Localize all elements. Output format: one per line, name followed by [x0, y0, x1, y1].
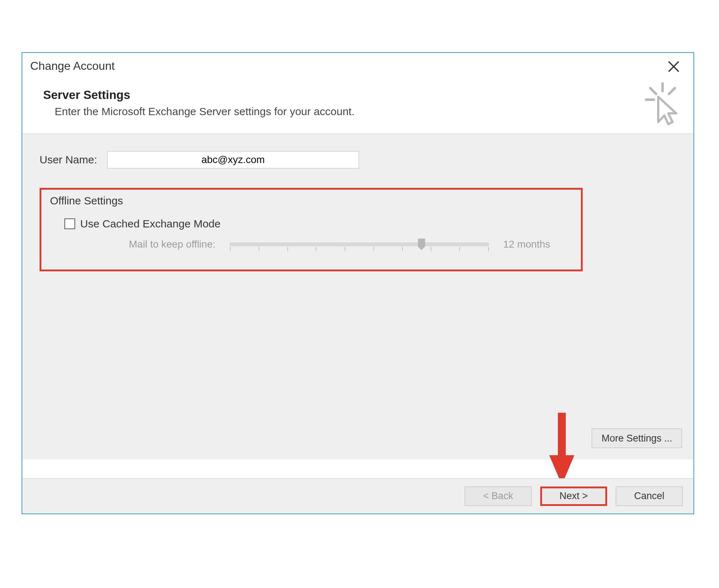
mail-offline-row: Mail to keep offline: 12 months [50, 239, 572, 250]
cached-exchange-row: Use Cached Exchange Mode [64, 218, 572, 230]
user-name-input[interactable] [107, 151, 359, 168]
next-button[interactable]: Next > [540, 487, 607, 506]
server-settings-heading: Server Settings [43, 88, 683, 102]
dialog-body: User Name: Offline Settings Use Cached E… [22, 134, 693, 460]
offline-settings-group: Offline Settings Use Cached Exchange Mod… [40, 188, 583, 271]
cancel-button[interactable]: Cancel [616, 487, 683, 506]
svg-line-1 [650, 88, 656, 94]
user-name-label: User Name: [40, 154, 97, 166]
close-icon[interactable] [666, 57, 681, 72]
server-settings-subheading: Enter the Microsoft Exchange Server sett… [43, 105, 683, 118]
mail-offline-value: 12 months [503, 239, 568, 250]
more-settings-button[interactable]: More Settings ... [592, 429, 682, 448]
mail-offline-label: Mail to keep offline: [122, 239, 215, 250]
dialog-header: Server Settings Enter the Microsoft Exch… [22, 79, 693, 134]
dialog-title: Change Account [30, 59, 115, 72]
mail-offline-slider[interactable] [230, 239, 489, 250]
cursor-click-icon [645, 82, 681, 126]
change-account-dialog: Change Account Server Settings Enter the… [22, 52, 694, 514]
titlebar: Change Account [22, 53, 693, 79]
cached-exchange-checkbox[interactable] [64, 218, 75, 229]
arrow-annotation-icon [549, 413, 574, 485]
back-button: < Back [465, 487, 532, 506]
user-name-row: User Name: [40, 151, 359, 168]
dialog-footer: < Back Next > Cancel [22, 478, 693, 514]
cached-exchange-label: Use Cached Exchange Mode [80, 218, 220, 230]
offline-settings-title: Offline Settings [50, 195, 572, 207]
svg-line-2 [669, 88, 675, 94]
